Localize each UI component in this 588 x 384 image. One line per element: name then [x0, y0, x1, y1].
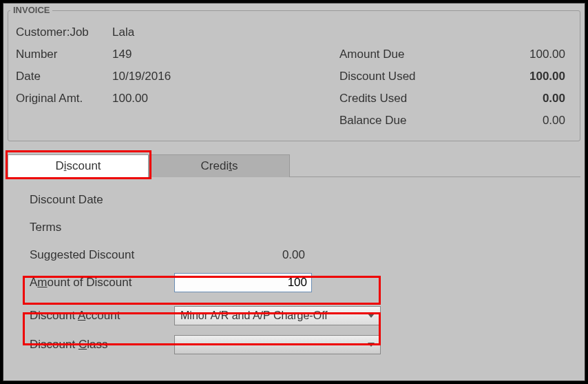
tab-bar: Discount Credits	[8, 154, 580, 177]
customer-value: Lala	[112, 26, 250, 39]
suggested-discount-label: Suggested Discount	[30, 248, 174, 262]
discount-used-label: Discount Used	[339, 70, 450, 83]
amount-label-post: ount of Discount	[48, 276, 132, 289]
account-label-pre: Discount	[30, 309, 78, 322]
tab-discount-pre: D	[55, 159, 63, 172]
invoice-info: Customer:Job Lala Number 149 Amount Due …	[16, 24, 572, 134]
discount-class-select[interactable]	[174, 335, 381, 354]
customer-label: Customer:Job	[16, 26, 112, 39]
chevron-down-icon	[368, 343, 375, 347]
discount-account-value: Minor A/R and A/P Charge-Off	[180, 310, 328, 322]
discount-account-select[interactable]: Minor A/R and A/P Charge-Off	[174, 306, 381, 325]
balance-due-label: Balance Due	[339, 114, 450, 128]
suggested-discount-value: 0.00	[174, 248, 312, 262]
class-label-pre: Discount	[30, 338, 78, 351]
class-label-post: lass	[87, 338, 107, 351]
amount-due-label: Amount Due	[339, 48, 450, 61]
account-label-u: A	[78, 309, 85, 322]
class-label-u: C	[78, 338, 87, 351]
tab-credits-pre: Credi	[201, 159, 229, 172]
panel-title: INVOICE	[10, 5, 52, 15]
number-value: 149	[112, 48, 250, 61]
number-label: Number	[16, 48, 112, 61]
terms-label: Terms	[30, 221, 174, 234]
orig-amt-label: Original Amt.	[16, 92, 112, 105]
chevron-down-icon	[368, 314, 375, 318]
discount-used-value: 100.00	[529, 70, 565, 83]
tab-discount[interactable]: Discount	[8, 154, 149, 177]
discount-date-label: Discount Date	[30, 193, 174, 207]
date-label: Date	[16, 70, 112, 83]
tab-discount-post: scount	[66, 159, 101, 172]
amount-due-value: 100.00	[529, 48, 565, 61]
tab-credits-post: s	[232, 159, 238, 172]
amount-of-discount-input[interactable]	[174, 273, 312, 292]
discount-class-label: Discount Class	[30, 338, 174, 352]
balance-due-value: 0.00	[543, 114, 565, 128]
account-label-post: ccount	[85, 309, 120, 322]
invoice-window: INVOICE Customer:Job Lala Number 149 Amo…	[3, 3, 585, 381]
credits-used-value: 0.00	[543, 92, 565, 105]
amount-label-u: m	[37, 276, 47, 289]
amount-of-discount-label: Amount of Discount	[30, 276, 174, 290]
orig-amt-value: 100.00	[112, 92, 250, 105]
tab-credits[interactable]: Credits	[149, 154, 290, 177]
amount-label-pre: A	[30, 276, 37, 289]
date-value: 10/19/2016	[112, 70, 250, 83]
discount-account-label: Discount Account	[30, 309, 174, 323]
discount-form: Discount Date Terms Suggested Discount 0…	[30, 190, 571, 362]
credits-used-label: Credits Used	[339, 92, 450, 105]
